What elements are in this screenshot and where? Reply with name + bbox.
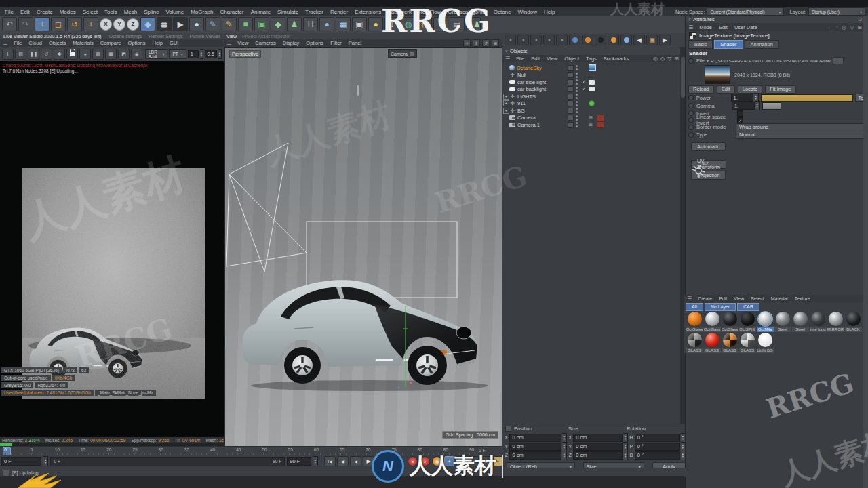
- stepper-icon[interactable]: ▲▼: [623, 433, 628, 443]
- scale-tool-icon[interactable]: ◻: [51, 17, 66, 31]
- start-frame-field[interactable]: 0 F: [1, 457, 41, 466]
- layer-chip[interactable]: [568, 100, 574, 106]
- green-dot-icon[interactable]: [589, 100, 595, 106]
- material-sphere[interactable]: [705, 333, 719, 347]
- position-z-field[interactable]: 0 cm: [509, 451, 561, 460]
- enabled-check-icon[interactable]: ✓: [582, 79, 586, 85]
- object-row-911[interactable]: +✛911: [502, 100, 686, 108]
- obj-menu-file[interactable]: File: [513, 56, 528, 62]
- stepper-icon[interactable]: ▲▼: [623, 442, 628, 451]
- alpha-icon[interactable]: ◩: [118, 49, 130, 60]
- clay-mode-icon[interactable]: ●: [79, 49, 91, 60]
- node-space-select[interactable]: Current (Standard/Physical)▾: [707, 7, 784, 16]
- pause-icon[interactable]: ❚❚: [28, 49, 39, 60]
- pick-material-icon[interactable]: ◉: [131, 49, 142, 60]
- vp-menu-filter[interactable]: Filter: [327, 40, 345, 46]
- material-steel[interactable]: Steel: [774, 311, 791, 332]
- volume-icon[interactable]: ●: [433, 17, 448, 31]
- pen-icon[interactable]: [620, 35, 632, 45]
- browse-button[interactable]: …: [833, 57, 844, 64]
- vp-menu-display[interactable]: Display: [279, 40, 303, 46]
- texture-view-icon[interactable]: ▪: [556, 35, 568, 45]
- record-sound-button[interactable]: ♪: [420, 456, 430, 466]
- visibility-dots[interactable]: [576, 108, 578, 113]
- material-black-p[interactable]: BLACK P: [844, 311, 862, 332]
- expand-icon[interactable]: +: [503, 100, 509, 106]
- material-glass[interactable]: GLASS: [686, 332, 703, 353]
- obj-menu-bookmarks[interactable]: Bookmarks: [600, 56, 633, 62]
- timeline-ruler[interactable]: 051015202530354045505560657075808590 0 F: [0, 446, 502, 455]
- prev-frame-button[interactable]: ◀: [350, 456, 361, 466]
- layer-chip[interactable]: [568, 122, 574, 128]
- cube-primitive-icon[interactable]: ●: [189, 17, 204, 31]
- material-filter-all[interactable]: All: [686, 303, 703, 311]
- layer-chip[interactable]: [568, 65, 574, 71]
- menu-tracker[interactable]: Tracker: [302, 9, 327, 15]
- lv-link-octane-settings[interactable]: Octane settings: [106, 34, 146, 39]
- layer-chip[interactable]: [568, 94, 574, 100]
- rotation-p-field[interactable]: 0 °: [635, 443, 680, 451]
- vp-menu-view[interactable]: View: [234, 40, 252, 46]
- record-target-button[interactable]: ◉: [432, 456, 442, 466]
- array-icon[interactable]: ▦: [336, 17, 351, 31]
- record-position-button[interactable]: +: [444, 456, 454, 466]
- display-mode-select[interactable]: LDR 8-bit▾: [145, 49, 167, 59]
- lock-resolution-icon[interactable]: [66, 49, 78, 60]
- stepper-icon[interactable]: ▲▼: [755, 101, 760, 110]
- attr-tab-basic[interactable]: Basic: [688, 40, 713, 49]
- lv-menu-cloud[interactable]: Cloud: [25, 40, 45, 46]
- stepper-icon[interactable]: ▲▼: [313, 456, 318, 466]
- size-y-field[interactable]: 0 cm: [573, 443, 622, 451]
- menu-realflow[interactable]: RealFlow: [415, 9, 444, 15]
- menu-character[interactable]: Character: [217, 9, 248, 15]
- render-view-icon[interactable]: ▦: [157, 17, 172, 31]
- material-octglass[interactable]: OctGlass: [721, 311, 738, 332]
- car-model[interactable]: [237, 264, 488, 392]
- lv-menu-gui[interactable]: GUI: [166, 40, 182, 46]
- lv-link-render-settings[interactable]: Render Settings: [145, 34, 186, 39]
- render-passes-icon[interactable]: ▤: [92, 49, 104, 60]
- chevron-down-icon[interactable]: ▾: [707, 58, 709, 63]
- path-icon[interactable]: ◇: [660, 56, 665, 62]
- tab-project-asset-inspector[interactable]: Project Asset Inspector: [242, 34, 291, 39]
- mat-menu-view[interactable]: View: [730, 296, 747, 301]
- menu-icon[interactable]: ☰: [0, 40, 10, 46]
- menu-file[interactable]: File: [1, 9, 17, 15]
- material-octglass[interactable]: OctGlass: [703, 311, 721, 332]
- cam-tag-icon[interactable]: [597, 121, 604, 128]
- download-icon[interactable]: ↓: [384, 17, 399, 31]
- record-rotation-button[interactable]: ↺: [481, 456, 491, 466]
- joint-icon[interactable]: ◆: [271, 17, 285, 31]
- menu-icon[interactable]: ☰: [684, 296, 694, 302]
- material-sphere[interactable]: [688, 312, 702, 326]
- menu-extensions[interactable]: Extensions: [351, 9, 384, 15]
- render-settings-icon[interactable]: ▶: [173, 17, 188, 31]
- stepper-icon[interactable]: ▲▼: [623, 451, 628, 460]
- stepper-icon[interactable]: ▲▼: [200, 49, 203, 59]
- stepper-icon[interactable]: ▲▼: [562, 433, 567, 443]
- tab-view[interactable]: View: [226, 34, 237, 39]
- mesh-check-icon[interactable]: ▪: [505, 35, 516, 45]
- filter-icon[interactable]: ▽: [667, 56, 671, 62]
- sky-tag-icon[interactable]: [589, 64, 596, 71]
- layer-chip[interactable]: [568, 86, 574, 92]
- visibility-dots[interactable]: [576, 101, 578, 106]
- character-icon[interactable]: ♟: [287, 17, 302, 31]
- focus-pick-icon[interactable]: ✛: [2, 49, 14, 60]
- record-pla-button[interactable]: ▪: [493, 456, 503, 466]
- settings-icon[interactable]: ✱: [54, 49, 65, 60]
- power-slider[interactable]: [761, 94, 854, 102]
- attr-menu-mode[interactable]: Mode: [696, 24, 715, 30]
- film-icon[interactable]: ▦: [105, 49, 117, 60]
- rotate-view-icon[interactable]: ↺: [482, 39, 490, 47]
- menu-select[interactable]: Select: [79, 9, 101, 15]
- menu-create[interactable]: Create: [33, 9, 56, 15]
- invert-checkbox[interactable]: [737, 110, 743, 117]
- material-sphere[interactable]: [741, 312, 755, 326]
- menu-window[interactable]: Window: [515, 9, 540, 15]
- menu-icon[interactable]: ☰: [502, 56, 513, 62]
- attr-tab-animation[interactable]: Animation: [745, 40, 779, 49]
- material-sphere[interactable]: [705, 312, 719, 326]
- coord-system-icon[interactable]: ◆: [140, 17, 155, 31]
- material-light-bg[interactable]: Light BG: [756, 332, 774, 353]
